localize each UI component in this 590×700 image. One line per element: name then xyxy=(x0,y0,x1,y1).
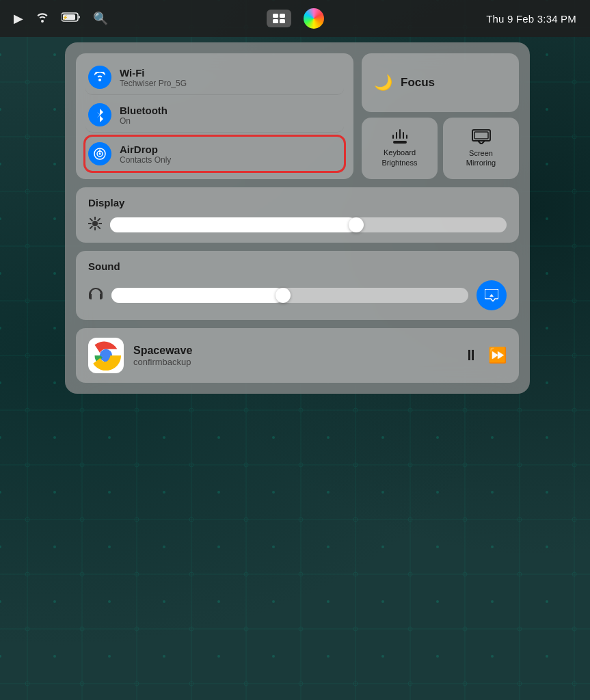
control-center-icon[interactable] xyxy=(267,10,291,27)
bluetooth-name: Bluetooth xyxy=(120,105,167,116)
kb-ray-5 xyxy=(406,135,407,139)
battery-icon[interactable]: ⚡ xyxy=(62,12,81,26)
airdrop-name: AirDrop xyxy=(120,144,171,155)
menubar: ▶ ⚡ 🔍 Thu 9 Feb 3:3 xyxy=(0,0,590,37)
airplay-button[interactable] xyxy=(477,280,507,310)
small-toggles: Keyboard Brightness Screen Mirroring xyxy=(362,118,519,179)
screen-mirroring-label: Screen Mirroring xyxy=(466,148,496,168)
focus-icon: 🌙 xyxy=(374,74,392,92)
play-icon[interactable]: ▶ xyxy=(14,11,23,26)
bluetooth-text: Bluetooth On xyxy=(120,105,167,126)
kb-ray-3 xyxy=(399,129,401,139)
airdrop-item[interactable]: AirDrop Contacts Only xyxy=(85,137,344,171)
brightness-slider[interactable] xyxy=(110,217,507,232)
quick-toggles: 🌙 Focus xyxy=(362,53,519,179)
svg-rect-12 xyxy=(280,14,285,18)
focus-label: Focus xyxy=(401,76,435,90)
keyboard-brightness-button[interactable]: Keyboard Brightness xyxy=(362,118,438,179)
menubar-left-icons: ▶ ⚡ 🔍 xyxy=(14,11,108,26)
menubar-time: Thu 9 Feb 3:34 PM xyxy=(486,13,576,25)
wifi-text: Wi-Fi Techwiser Pro_5G xyxy=(120,67,187,88)
brightness-icon xyxy=(88,217,102,233)
wifi-item[interactable]: Wi-Fi Techwiser Pro_5G xyxy=(85,60,344,95)
pause-button[interactable]: ⏸ xyxy=(464,347,479,364)
bluetooth-sub: On xyxy=(120,116,167,126)
svg-rect-19 xyxy=(474,132,488,139)
app-icon xyxy=(88,338,124,373)
svg-rect-13 xyxy=(273,19,278,23)
bluetooth-item[interactable]: Bluetooth On xyxy=(85,98,344,133)
network-card: Wi-Fi Techwiser Pro_5G Bluetooth On xyxy=(76,53,353,179)
headphone-icon xyxy=(88,288,103,303)
track-info: Spacewave confirmbackup xyxy=(133,345,454,367)
bluetooth-icon-circle xyxy=(88,103,111,126)
screen-mirroring-button[interactable]: Screen Mirroring xyxy=(443,118,519,179)
svg-point-31 xyxy=(102,351,111,360)
svg-point-20 xyxy=(92,221,98,226)
search-icon[interactable]: 🔍 xyxy=(93,11,108,26)
wifi-name: Wi-Fi xyxy=(120,67,187,79)
brightness-fill xyxy=(110,217,356,232)
top-row: Wi-Fi Techwiser Pro_5G Bluetooth On xyxy=(76,53,519,179)
media-controls: ⏸ ⏩ xyxy=(464,347,507,364)
display-section: Display xyxy=(76,187,519,243)
fast-forward-button[interactable]: ⏩ xyxy=(488,347,507,364)
airdrop-icon-circle xyxy=(88,142,111,165)
control-center-panel: Wi-Fi Techwiser Pro_5G Bluetooth On xyxy=(65,42,530,394)
airdrop-text: AirDrop Contacts Only xyxy=(120,144,171,165)
track-artist: confirmbackup xyxy=(133,357,454,367)
screen-mirroring-icon xyxy=(472,129,491,144)
airdrop-sub: Contacts Only xyxy=(120,155,171,165)
menubar-center xyxy=(267,8,324,29)
wifi-sub: Techwiser Pro_5G xyxy=(120,79,187,88)
volume-slider[interactable] xyxy=(111,288,468,303)
chrome-icon-svg xyxy=(91,340,121,371)
svg-rect-11 xyxy=(273,14,278,18)
wifi-icon-circle xyxy=(88,66,111,89)
kb-rays xyxy=(392,129,407,139)
svg-text:⚡: ⚡ xyxy=(62,14,68,21)
focus-button[interactable]: 🌙 Focus xyxy=(362,53,519,112)
sound-section: Sound xyxy=(76,251,519,320)
svg-line-27 xyxy=(98,219,100,221)
brightness-thumb xyxy=(349,217,364,232)
kb-ray-2 xyxy=(396,132,397,139)
svg-line-28 xyxy=(90,226,92,228)
display-slider-row xyxy=(88,217,507,233)
volume-thumb xyxy=(276,288,291,303)
now-playing-card: Spacewave confirmbackup ⏸ ⏩ xyxy=(76,328,519,383)
svg-rect-14 xyxy=(280,19,285,23)
sound-slider-row xyxy=(88,280,507,310)
siri-icon[interactable] xyxy=(304,8,324,29)
wifi-menu-icon[interactable] xyxy=(36,12,49,26)
keyboard-brightness-icon xyxy=(392,129,407,144)
menubar-right: Thu 9 Feb 3:34 PM xyxy=(486,13,576,25)
display-title: Display xyxy=(88,197,507,208)
kb-ray-1 xyxy=(392,135,394,139)
kb-ray-4 xyxy=(403,132,404,139)
svg-line-25 xyxy=(90,219,92,221)
keyboard-brightness-label: Keyboard Brightness xyxy=(382,148,418,167)
sound-title: Sound xyxy=(88,260,507,272)
kb-body xyxy=(393,141,407,144)
svg-line-26 xyxy=(98,226,100,228)
volume-fill xyxy=(111,288,283,303)
track-name: Spacewave xyxy=(133,345,454,357)
